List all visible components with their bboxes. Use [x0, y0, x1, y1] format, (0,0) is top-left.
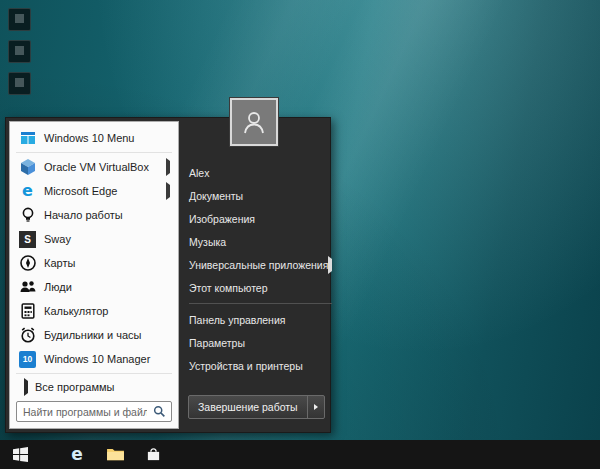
desktop-shortcut-1[interactable]	[8, 8, 31, 31]
submenu-arrow-icon	[166, 161, 170, 173]
right-item-music[interactable]: Музыка	[179, 230, 342, 253]
desktop-shortcut-2[interactable]	[8, 40, 31, 63]
menu-item-maps[interactable]: Карты	[14, 251, 174, 275]
calculator-icon	[18, 302, 37, 321]
taskbar: e	[0, 440, 600, 469]
menu-item-people[interactable]: Люди	[14, 275, 174, 299]
maps-icon	[18, 254, 37, 273]
person-icon	[239, 107, 269, 137]
menu-item-windows-10-menu[interactable]: Windows 10 Menu	[14, 126, 174, 150]
separator	[189, 303, 332, 304]
folder-icon	[106, 447, 125, 462]
windows-logo-icon	[13, 447, 28, 462]
submenu-arrow-icon	[328, 259, 332, 271]
separator	[16, 373, 172, 374]
menu-item-label: Windows 10 Menu	[44, 132, 135, 144]
virtualbox-icon	[18, 158, 37, 177]
desktop-shortcuts	[8, 8, 31, 95]
user-name-item[interactable]: Alex	[179, 161, 342, 184]
start-menu: Windows 10 Menu Oracle VM VirtualBox e M…	[5, 117, 331, 433]
desktop-shortcut-3[interactable]	[8, 72, 31, 95]
right-item-pictures[interactable]: Изображения	[179, 207, 342, 230]
user-avatar[interactable]	[230, 98, 278, 146]
windows-10-manager-icon: 10	[18, 350, 37, 369]
menu-item-alarms-clock[interactable]: Будильники и часы	[14, 323, 174, 347]
all-programs-item[interactable]: Все программы	[14, 376, 174, 398]
right-item-universal-apps[interactable]: Универсальные приложения	[179, 253, 342, 276]
right-item-documents[interactable]: Документы	[179, 184, 342, 207]
all-programs-label: Все программы	[35, 381, 114, 393]
search-row	[14, 398, 174, 422]
start-menu-right-panel: Alex Документы Изображения Музыка Универ…	[179, 121, 342, 429]
menu-item-sway[interactable]: S Sway	[14, 227, 174, 251]
windows-10-menu-icon	[18, 129, 37, 148]
menu-item-label: Карты	[44, 257, 75, 269]
menu-item-label: Начало работы	[44, 209, 123, 221]
people-icon	[18, 278, 37, 297]
shutdown-button-group: Завершение работы	[188, 395, 325, 419]
search-icon	[153, 405, 166, 418]
alarm-clock-icon	[18, 326, 37, 345]
submenu-arrow-icon	[166, 185, 170, 197]
shutdown-row: Завершение работы	[179, 395, 342, 421]
start-button[interactable]	[0, 440, 40, 469]
menu-item-calculator[interactable]: Калькулятор	[14, 299, 174, 323]
right-item-devices-printers[interactable]: Устройства и принтеры	[179, 354, 342, 377]
separator	[16, 152, 172, 153]
menu-item-label: Sway	[44, 233, 71, 245]
menu-item-oracle-vm-virtualbox[interactable]: Oracle VM VirtualBox	[14, 155, 174, 179]
menu-item-label: Microsoft Edge	[44, 185, 117, 197]
file-explorer-taskbar-icon[interactable]	[96, 440, 134, 469]
lightbulb-icon	[18, 206, 37, 225]
menu-item-windows-10-manager[interactable]: 10 Windows 10 Manager	[14, 347, 174, 371]
menu-item-label: Будильники и часы	[44, 329, 142, 341]
edge-taskbar-icon[interactable]: e	[58, 440, 96, 469]
menu-item-label: Windows 10 Manager	[44, 353, 150, 365]
start-menu-left-panel: Windows 10 Menu Oracle VM VirtualBox e M…	[9, 121, 179, 429]
shutdown-options-arrow[interactable]	[307, 396, 324, 418]
menu-item-label: Люди	[44, 281, 72, 293]
sway-icon: S	[18, 230, 37, 249]
menu-item-label: Oracle VM VirtualBox	[44, 161, 149, 173]
right-item-settings[interactable]: Параметры	[179, 331, 342, 354]
store-taskbar-icon[interactable]	[134, 440, 172, 469]
edge-icon: e	[18, 182, 37, 201]
desktop: Windows 10 Menu Oracle VM VirtualBox e M…	[0, 0, 600, 469]
menu-item-microsoft-edge[interactable]: e Microsoft Edge	[14, 179, 174, 203]
menu-item-label: Калькулятор	[44, 305, 108, 317]
all-programs-arrow-icon	[24, 381, 28, 393]
shutdown-button[interactable]: Завершение работы	[189, 396, 307, 418]
search-input[interactable]	[16, 401, 172, 422]
right-item-this-pc[interactable]: Этот компьютер	[179, 276, 342, 299]
shopping-bag-icon	[146, 447, 161, 462]
menu-item-get-started[interactable]: Начало работы	[14, 203, 174, 227]
right-item-control-panel[interactable]: Панель управления	[179, 308, 342, 331]
